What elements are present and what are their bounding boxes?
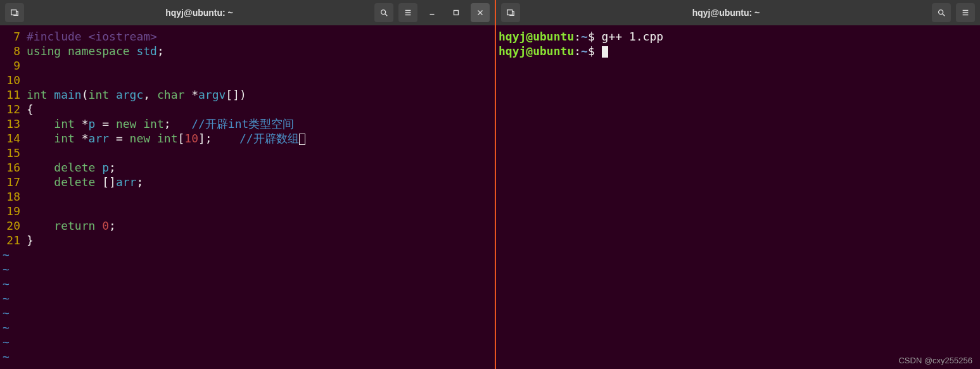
code-token: ; xyxy=(109,219,116,232)
code-token: return xyxy=(54,219,102,232)
code-token: std xyxy=(136,44,157,58)
code-token xyxy=(27,132,54,145)
code-token: int xyxy=(89,88,116,101)
code-token: int xyxy=(157,132,178,145)
shell-cursor xyxy=(602,46,608,58)
vim-tilde: ~ xyxy=(3,263,10,276)
code-line: 11int main(int argc, char *argv[]) xyxy=(3,87,492,102)
code-line: 19 xyxy=(3,204,492,218)
code-token: ; xyxy=(109,161,116,174)
line-number: 19 xyxy=(3,204,20,218)
code-token: ( xyxy=(82,88,89,101)
line-number: 12 xyxy=(3,102,20,116)
menu-button[interactable] xyxy=(398,3,417,22)
vim-tilde: ~ xyxy=(3,277,10,291)
code-line: 16 delete p; xyxy=(3,160,492,175)
line-number: 9 xyxy=(3,58,20,73)
watermark: CSDN @cxy255256 xyxy=(898,356,972,365)
code-line: 10 xyxy=(3,73,492,87)
titlebar-left[interactable]: hqyj@ubuntu: ~ xyxy=(0,0,495,25)
code-line: 9 xyxy=(3,58,492,73)
prompt-path: ~ xyxy=(581,30,588,43)
vim-tilde: ~ xyxy=(3,306,10,320)
code-token: ; xyxy=(164,117,191,130)
line-number: 20 xyxy=(3,218,20,233)
line-number: 10 xyxy=(3,73,20,87)
code-token: []) xyxy=(226,88,246,101)
code-token xyxy=(27,175,54,189)
code-token: * xyxy=(82,117,89,130)
code-token: delete xyxy=(54,161,102,174)
line-number: 14 xyxy=(3,131,20,146)
svg-rect-3 xyxy=(507,10,512,15)
code-token: using xyxy=(27,44,68,58)
code-token: * xyxy=(191,88,198,101)
code-token: delete xyxy=(54,175,102,189)
prompt-sep: $ xyxy=(588,44,602,58)
code-token: int xyxy=(27,88,54,101)
menu-button[interactable] xyxy=(956,3,975,22)
minimize-button[interactable] xyxy=(423,3,442,22)
svg-point-4 xyxy=(939,10,943,15)
editor-body[interactable]: 7#include <iostream>8using namespace std… xyxy=(0,25,495,369)
code-token: = xyxy=(95,117,116,130)
line-number: 13 xyxy=(3,116,20,131)
code-token: arr xyxy=(89,132,110,145)
window-title-left: hqyj@ubuntu: ~ xyxy=(29,8,369,18)
code-token: = xyxy=(109,132,130,145)
code-token: #include xyxy=(27,30,89,43)
new-tab-button[interactable] xyxy=(5,3,24,22)
line-number: 18 xyxy=(3,189,20,204)
line-number: 11 xyxy=(3,87,20,102)
code-line: 21} xyxy=(3,233,492,247)
code-token: new xyxy=(116,117,143,130)
code-token: int xyxy=(54,117,81,130)
titlebar-right[interactable]: hqyj@ubuntu: ~ xyxy=(496,0,980,25)
code-token: arr xyxy=(116,175,137,189)
code-line: 7#include <iostream> xyxy=(3,29,492,44)
code-token: argc xyxy=(116,88,143,101)
line-number: 16 xyxy=(3,160,20,175)
prompt-path: ~ xyxy=(581,44,588,58)
svg-rect-2 xyxy=(454,11,459,15)
code-token: int xyxy=(54,132,81,145)
line-number: 15 xyxy=(3,146,20,160)
prompt-host: @ubuntu xyxy=(526,30,574,43)
code-token xyxy=(27,117,54,130)
code-token: main xyxy=(54,88,81,101)
close-button[interactable] xyxy=(471,3,490,22)
code-token: { xyxy=(27,103,34,116)
code-token: } xyxy=(27,234,34,247)
code-line: 17 delete []arr; xyxy=(3,175,492,189)
code-token: [ xyxy=(177,132,184,145)
prompt-user: hqyj xyxy=(499,44,526,58)
prompt-sep: : xyxy=(574,44,581,58)
prompt-sep: $ xyxy=(588,30,602,43)
code-token: , xyxy=(143,88,157,101)
new-tab-button[interactable] xyxy=(501,3,520,22)
editor-window: hqyj@ubuntu: ~ 7#include <iostream>8usin… xyxy=(0,0,496,369)
code-token: * xyxy=(82,132,89,145)
code-token: 0 xyxy=(102,219,109,232)
window-title-right: hqyj@ubuntu: ~ xyxy=(525,8,927,18)
code-token: ]; xyxy=(198,132,239,145)
shell-command: g++ 1.cpp xyxy=(602,30,664,43)
prompt-user: hqyj xyxy=(499,30,526,43)
code-token: p xyxy=(102,161,109,174)
code-token xyxy=(27,161,54,174)
line-number: 21 xyxy=(3,233,20,247)
maximize-button[interactable] xyxy=(447,3,466,22)
svg-point-1 xyxy=(381,10,386,15)
code-token: argv xyxy=(198,88,226,101)
search-button[interactable] xyxy=(374,3,393,22)
search-button[interactable] xyxy=(932,3,951,22)
terminal-body[interactable]: hqyj@ubuntu:~$ g++ 1.cpphqyj@ubuntu:~$ xyxy=(496,25,980,369)
code-line: 8using namespace std; xyxy=(3,44,492,58)
vim-tilde: ~ xyxy=(3,292,10,305)
code-token: ; xyxy=(157,44,164,58)
code-line: 14 int *arr = new int[10]; //开辟数组 xyxy=(3,131,492,146)
code-token: [] xyxy=(102,175,116,189)
code-line: 12{ xyxy=(3,102,492,116)
code-token: 10 xyxy=(184,132,198,145)
code-token xyxy=(27,219,54,232)
